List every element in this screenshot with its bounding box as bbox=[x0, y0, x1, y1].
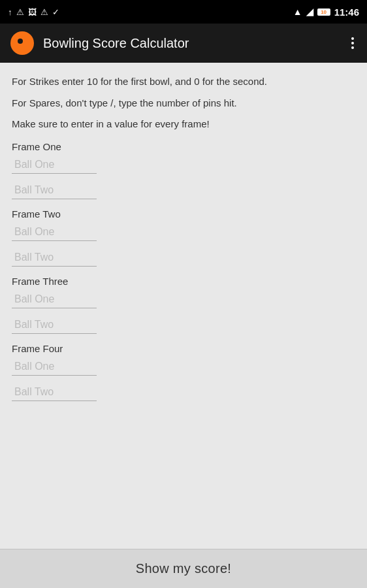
show-score-button[interactable]: Show my score! bbox=[136, 561, 231, 576]
frame-label-4: Frame Four bbox=[12, 343, 355, 354]
instructions-strikes: For Strikes enter 10 for the first bowl,… bbox=[12, 74, 355, 90]
warning-icon-2: ⚠ bbox=[40, 7, 48, 17]
warning-icon-1: ⚠ bbox=[16, 7, 24, 17]
battery-icon: 10 bbox=[317, 8, 330, 16]
wifi-icon: ▲ bbox=[293, 7, 302, 17]
upload-icon: ↑ bbox=[8, 7, 12, 17]
footer: Show my score! bbox=[0, 549, 367, 588]
frame-label-2: Frame Two bbox=[12, 208, 355, 220]
frames-container: Frame OneFrame TwoFrame ThreeFrame Four bbox=[12, 141, 355, 401]
status-bar: ↑ ⚠ 🖼 ⚠ ✓ ▲ ◢ 10 11:46 bbox=[0, 0, 367, 24]
frame-1-ball2-input[interactable] bbox=[12, 180, 97, 199]
check-icon: ✓ bbox=[52, 7, 59, 17]
time-display: 11:46 bbox=[334, 7, 359, 18]
app-bar: Bowling Score Calculator bbox=[0, 24, 367, 63]
signal-icon: ◢ bbox=[306, 7, 313, 17]
status-bar-notifications: ↑ ⚠ 🖼 ⚠ ✓ bbox=[8, 7, 59, 17]
frame-1-ball1-input[interactable] bbox=[12, 155, 97, 174]
frame-label-3: Frame Three bbox=[12, 276, 355, 287]
image-icon: 🖼 bbox=[28, 7, 37, 17]
frame-2-ball2-input[interactable] bbox=[12, 248, 97, 267]
frame-3-ball1-input[interactable] bbox=[12, 289, 97, 308]
frame-4-ball1-input[interactable] bbox=[12, 357, 97, 376]
frame-label-1: Frame One bbox=[12, 141, 355, 152]
frame-2-ball1-input[interactable] bbox=[12, 222, 97, 241]
status-bar-system: ▲ ◢ 10 11:46 bbox=[293, 7, 359, 18]
frame-4-ball2-input[interactable] bbox=[12, 382, 97, 401]
instructions-spares: For Spares, don't type /, type the numbe… bbox=[12, 96, 355, 111]
app-title: Bowling Score Calculator bbox=[43, 36, 349, 51]
app-logo bbox=[10, 31, 34, 55]
content-area: For Strikes enter 10 for the first bowl,… bbox=[0, 63, 367, 549]
frame-3-ball2-input[interactable] bbox=[12, 315, 97, 334]
more-vertical-icon[interactable] bbox=[349, 35, 357, 52]
instructions-all-frames: Make sure to enter in a value for every … bbox=[12, 117, 355, 132]
